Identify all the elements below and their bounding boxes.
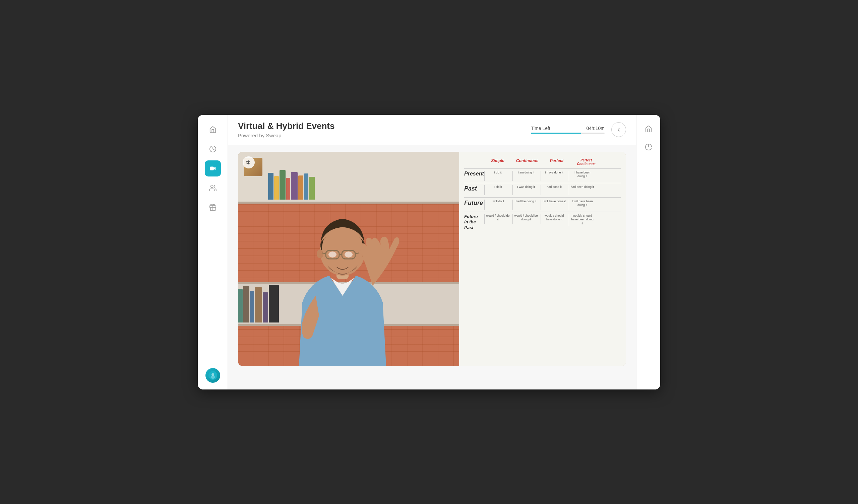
- wb-label-future-past: Futurein the Past: [464, 214, 483, 231]
- sidebar-item-gift[interactable]: [205, 199, 221, 215]
- wb-cell-p-perf: I have done it: [541, 171, 568, 181]
- video-content: Simple Continuous Perfect PerfectContinu…: [238, 152, 626, 366]
- wb-cell-f-perf: I will have done it: [541, 199, 568, 210]
- sidebar-item-clock[interactable]: [205, 141, 221, 157]
- wb-row-future-past: Futurein the Past would / should do it w…: [464, 212, 621, 233]
- page-subtitle: Powered by Sweap: [238, 133, 335, 138]
- wb-col-perfect-cont: PerfectContinuous: [573, 158, 600, 166]
- wb-label-past: Past: [464, 185, 483, 192]
- low-book-1: [238, 289, 243, 323]
- wb-cell-fp-perfcont: would / should have been doing it: [569, 214, 595, 226]
- header: Virtual & Hybrid Events Powered by Sweap…: [228, 115, 636, 145]
- book-1: [268, 173, 273, 199]
- low-book-2: [243, 286, 249, 323]
- low-book-4: [255, 287, 262, 323]
- wb-cell-fp-simple: would / should do it: [484, 214, 511, 224]
- book-2: [274, 176, 279, 199]
- sidebar-left: [198, 115, 228, 389]
- main-content: Virtual & Hybrid Events Powered by Sweap…: [228, 115, 636, 389]
- content-area: Simple Continuous Perfect PerfectContinu…: [228, 145, 636, 389]
- wb-cell-p-cont: I am doing it: [512, 171, 539, 181]
- volume-button[interactable]: [243, 157, 255, 168]
- wb-cell-f-simple: I will do it: [484, 199, 511, 210]
- svg-point-1: [210, 185, 213, 187]
- svg-point-18: [329, 251, 336, 258]
- video-scene: Simple Continuous Perfect PerfectContinu…: [238, 152, 626, 366]
- whiteboard-header-row: Simple Continuous Perfect PerfectContinu…: [464, 158, 621, 166]
- svg-point-11: [317, 249, 323, 258]
- video-card: Simple Continuous Perfect PerfectContinu…: [238, 152, 626, 366]
- wb-cell-f-perfcont: I will have been doing it: [569, 199, 595, 210]
- sidebar-right: [636, 115, 660, 389]
- wb-row-past: Past I did it I was doing it had done it…: [464, 183, 621, 197]
- rs-chart-button[interactable]: [641, 140, 656, 155]
- binder: [269, 285, 279, 323]
- wb-row-present: Present I do it I am doing it I have don…: [464, 168, 621, 183]
- wb-col-continuous: Continuous: [514, 158, 541, 166]
- header-title-group: Virtual & Hybrid Events Powered by Sweap: [238, 121, 335, 138]
- page-title: Virtual & Hybrid Events: [238, 121, 335, 131]
- wb-cell-pa-perfcont: had been doing it: [569, 185, 595, 195]
- wb-cell-pa-simple: I did it: [484, 185, 511, 195]
- svg-point-6: [211, 373, 214, 376]
- timer-value: 04h:10m: [587, 126, 605, 131]
- app-window: Virtual & Hybrid Events Powered by Sweap…: [198, 115, 660, 389]
- wb-row-future: Future I will do it I will be doing it I…: [464, 197, 621, 212]
- wb-col-perfect: Perfect: [543, 158, 570, 166]
- sidebar-item-video[interactable]: [205, 160, 221, 177]
- low-book-5: [263, 292, 268, 323]
- timer-label: Time Left: [531, 126, 550, 131]
- whiteboard: Simple Continuous Perfect PerfectContinu…: [459, 152, 626, 366]
- scene-person-area: [238, 152, 459, 366]
- wb-cell-p-perfcont: I have been doing it: [569, 171, 595, 181]
- timer-bar-track: [531, 133, 605, 134]
- sidebar-item-home[interactable]: [205, 121, 221, 137]
- timer-bar-fill: [531, 133, 581, 134]
- svg-marker-7: [247, 160, 249, 164]
- back-button[interactable]: [611, 122, 626, 137]
- wb-cell-fp-perf: would / should have done it: [541, 214, 568, 224]
- wb-cell-f-cont: I will be doing it: [512, 199, 539, 210]
- low-book-3: [250, 291, 254, 323]
- wb-cell-pa-cont: I was doing it: [512, 185, 539, 195]
- wb-col-simple: Simple: [484, 158, 511, 166]
- wb-cell-fp-cont: would / should be doing it: [512, 214, 539, 224]
- timer-widget: Time Left 04h:10m: [531, 126, 605, 134]
- user-avatar[interactable]: [205, 368, 220, 383]
- sidebar-item-people[interactable]: [205, 180, 221, 196]
- wb-cell-pa-perf: had done it: [541, 185, 568, 195]
- wb-cell-p-simple: I do it: [484, 171, 511, 181]
- person-silhouette: [282, 189, 403, 366]
- wb-label-present: Present: [464, 171, 483, 177]
- wb-label-future: Future: [464, 199, 483, 207]
- svg-point-19: [345, 251, 353, 258]
- rs-home-button[interactable]: [641, 121, 656, 136]
